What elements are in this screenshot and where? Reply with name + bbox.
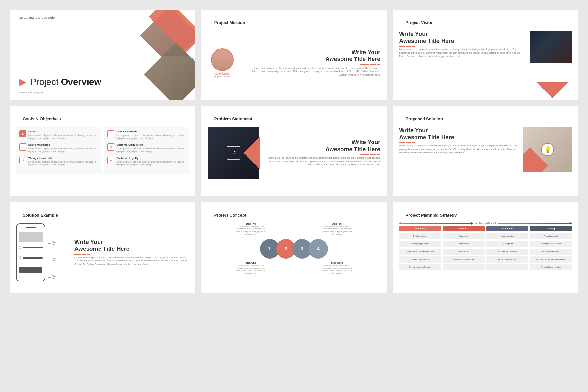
solution-text-block: Write Your Awesome Title Here Lorem ipsu…: [399, 127, 520, 172]
person-name: Laura Ghiddi: [215, 72, 230, 75]
your-text-label-3: Your Text: [52, 275, 58, 280]
step2-desc: Lorem ipsum, or lipsum as it is sometime…: [235, 225, 267, 236]
cell-1-0: Define project scope: [399, 241, 441, 247]
cell-2-2: Approval for milestone: [486, 249, 529, 255]
goal-acq-icon: ⊞: [107, 143, 114, 151]
lacent-2: [406, 46, 411, 47]
cell-1-2: Training/Test: [486, 241, 529, 247]
line-1: [23, 247, 43, 248]
sacc-1: [399, 142, 405, 143]
cell-4-3: Project closure meeting: [530, 264, 572, 270]
pacc-2: [370, 154, 376, 155]
cell-4-1: [443, 264, 485, 270]
step-num-2: 2: [285, 246, 288, 252]
goal-lead-text: Lead Generation Lorem ipsum, or lipsum a…: [116, 130, 185, 140]
goal-sales-text: Sales Lorem ipsum, or lipsum as it is so…: [28, 130, 98, 140]
concept-header: Project Concept: [208, 207, 381, 220]
goal-sales-title: Sales: [28, 130, 98, 133]
goals-left-col: ▶ Sales Lorem ipsum, or lipsum as it is …: [16, 127, 101, 174]
problem-body: Lorem ipsum, or lipsum as it is sometime…: [263, 156, 381, 167]
concept-top-labels: Step Two Lorem ipsum, or lipsum as it is…: [208, 223, 381, 236]
dot-3: 3: [19, 276, 21, 278]
goal-brand-title: Brand Awareness: [28, 143, 98, 146]
slide-problem-statement: Problem Statement ↺ Write Your Awesome T…: [201, 106, 387, 196]
your-text-1: Your Text: [48, 241, 58, 246]
goal-sales-icon: ▶: [19, 130, 26, 137]
circle-4: 4: [309, 239, 328, 259]
phone-item-1: 1: [19, 246, 43, 249]
problem-title-l1: Write Your: [263, 139, 381, 146]
left-accent-bar: [399, 46, 525, 47]
planning-grid: Develop strategy Workshop Implementation…: [399, 233, 572, 270]
step4-top: Step Four Lorem ipsum, or lipsum as it i…: [321, 223, 353, 236]
cell-3-3: Continuous improvement process: [530, 256, 572, 263]
triangle-accent: [536, 82, 569, 98]
arrow-label: Analyze and Control: [475, 222, 496, 224]
goal-sales-desc: Lorem ipsum, or lipsum as it is sometime…: [28, 134, 98, 140]
cell-2-3: Archive project data: [530, 249, 572, 255]
cell-3-2: Project reporting, QA: [486, 256, 529, 263]
your-text-2: Your Text: [48, 257, 58, 262]
phone-item-3: 3: [19, 276, 43, 278]
solution-content: Write Your Awesome Title Here Lorem ipsu…: [399, 127, 572, 172]
mission-content: Laura Ghiddi Project Manager Write Your …: [208, 31, 381, 95]
goal-acq-desc: Lorem ipsum, or lipsum as it is sometime…: [116, 147, 185, 153]
problem-text-block: Write Your Awesome Title Here Lorem ipsu…: [263, 139, 381, 167]
vision-title-line1: Write Your: [399, 31, 525, 38]
step2-top: Step Two Lorem ipsum, or lipsum as it is…: [235, 223, 267, 236]
goal-thought-title: Thought Leadership: [28, 157, 98, 160]
image-collage: [128, 10, 195, 100]
overview-word: Overview: [61, 77, 101, 87]
goal-loyalty-icon: ✦: [107, 157, 114, 164]
goal-loyalty: ✦ Customer Loyalty Lorem ipsum, or lipsu…: [107, 157, 185, 166]
bulb-icon: 💡: [541, 143, 554, 156]
slide-proposed-solution: Proposed Solution Write Your Awesome Tit…: [393, 106, 578, 196]
step1-desc: Lorem ipsum, or lipsum as it is sometime…: [235, 264, 267, 275]
cell-3-1: Detail plan per milestone: [443, 256, 485, 263]
goals-header: Goals & Objectives: [16, 111, 189, 124]
problem-accent: [263, 154, 381, 155]
goal-thought-desc: Lorem ipsum, or lipsum as it is sometime…: [28, 160, 98, 166]
title-line2: Awesome Title Here: [242, 56, 381, 63]
goal-brand-desc: Lorem ipsum, or lipsum as it is sometime…: [28, 147, 98, 153]
sol-title-l2: Awesome Title Here: [399, 134, 520, 141]
cell-4-2: [486, 264, 529, 270]
eacc-1: [74, 254, 81, 255]
step1-bottom: Step One Lorem ipsum, or lipsum as it is…: [235, 262, 267, 275]
slide-project-vision: Project Vision Write Your Awesome Title …: [393, 10, 578, 100]
ex-title-l1: Write Your: [74, 239, 189, 246]
step4-desc: Lorem ipsum, or lipsum as it is sometime…: [321, 225, 353, 236]
sacc-2: [406, 142, 411, 143]
collage-diamond-bottom: [144, 42, 195, 100]
person-photo: [211, 48, 234, 71]
accent-bar: [242, 64, 381, 65]
cell-0-0: Develop strategy: [399, 233, 441, 239]
phone-area: 1 2 3: [16, 223, 45, 281]
step-num-4: 4: [317, 246, 320, 252]
goal-customer-acq: ⊞ Customer Acquisition Lorem ipsum, or l…: [107, 143, 185, 153]
phone-bottom-block: [19, 267, 42, 273]
step3-label: Step Three: [321, 262, 353, 264]
step4-label: Step Four: [321, 223, 353, 225]
example-content: 1 2 3: [16, 223, 189, 281]
goal-brand-text: Brand Awareness Lorem ipsum, or lipsum a…: [28, 143, 98, 153]
phone-mockup: 1 2 3: [16, 223, 45, 281]
slides-grid: MyCompany Organization ▶ Project Overvie…: [10, 10, 578, 293]
goal-acq-text: Customer Acquisition Lorem ipsum, or lip…: [116, 143, 185, 153]
solution-body: Lorem ipsum, or lipsum as it is sometime…: [399, 144, 520, 154]
goal-thought-icon: ◎: [19, 157, 26, 164]
sol-title-l1: Write Your: [399, 127, 520, 134]
slide-solution-example: Solution Example 1 2: [10, 202, 195, 293]
mission-text-block: Write Your Awesome Title Here Lorem ipsu…: [242, 49, 381, 77]
arrow-line: [399, 223, 473, 224]
dot-2: 2: [19, 256, 21, 259]
goal-brand-icon: ♡: [19, 143, 26, 151]
cell-3-0: Select CRM service: [399, 256, 441, 263]
example-body: Lorem ipsum, or lipsum as it is sometime…: [74, 256, 189, 266]
slide-project-mission: Project Mission Laura Ghiddi Project Man…: [201, 10, 387, 100]
vision-image-area: [530, 31, 572, 95]
planning-header: Project Planning Strategy: [399, 207, 572, 220]
goal-lead-desc: Lorem ipsum, or lipsum as it is sometime…: [116, 134, 185, 140]
step3-bottom: Step Three Lorem ipsum, or lipsum as it …: [321, 262, 353, 275]
problem-image: ↺: [208, 127, 259, 179]
